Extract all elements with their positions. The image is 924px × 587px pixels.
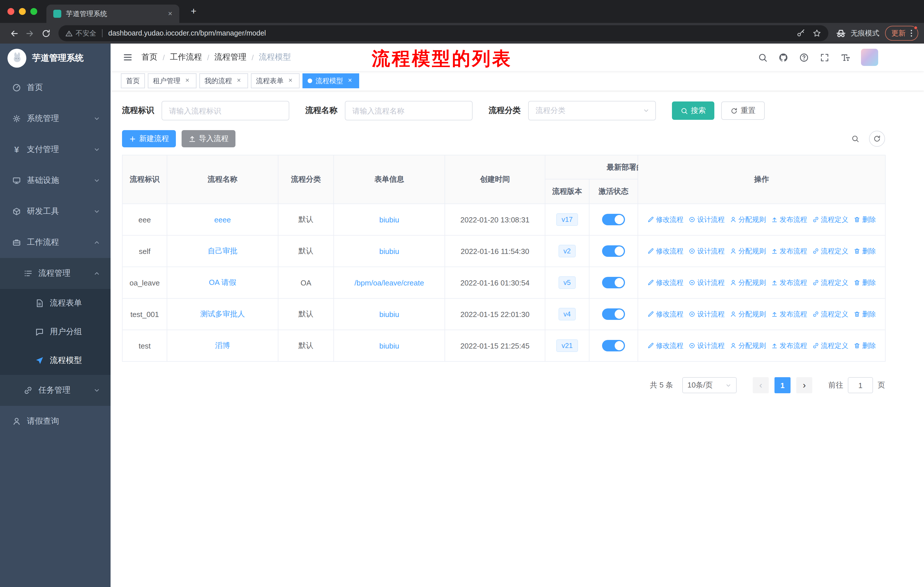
window-close-button[interactable]: [7, 8, 14, 15]
page-number-current[interactable]: 1: [774, 377, 790, 393]
sidebar-logo[interactable]: 芋道管理系统: [0, 43, 111, 72]
font-size-icon[interactable]: [836, 48, 854, 66]
form-link[interactable]: biubiu: [379, 341, 399, 350]
breadcrumb-item[interactable]: 首页: [142, 52, 158, 63]
page-size-select[interactable]: 10条/页: [682, 377, 737, 393]
sidebar-item-task-mgmt[interactable]: 任务管理: [0, 375, 111, 406]
action-definition[interactable]: 流程定义: [812, 215, 848, 225]
process-name-link[interactable]: 自己审批: [208, 246, 238, 255]
version-badge[interactable]: v5: [558, 276, 576, 289]
avatar[interactable]: [861, 49, 878, 66]
form-link[interactable]: /bpm/oa/leave/create: [355, 278, 424, 287]
fullscreen-icon[interactable]: [815, 48, 833, 66]
address-bar[interactable]: 不安全 dashboard.yudao.iocoder.cn/bpm/manag…: [58, 25, 828, 41]
tag-process-model[interactable]: 流程模型 ×: [302, 73, 359, 88]
action-publish[interactable]: 发布流程: [771, 341, 807, 351]
version-badge[interactable]: v4: [558, 308, 576, 321]
action-definition[interactable]: 流程定义: [812, 341, 848, 351]
action-delete[interactable]: 删除: [853, 341, 876, 351]
action-design[interactable]: 设计流程: [688, 246, 724, 256]
action-edit[interactable]: 修改流程: [647, 246, 683, 256]
active-toggle[interactable]: [602, 245, 625, 257]
breadcrumb-item[interactable]: 工作流程: [170, 52, 202, 63]
action-design[interactable]: 设计流程: [688, 341, 724, 351]
sidebar-collapse-button[interactable]: [111, 52, 142, 63]
action-publish[interactable]: 发布流程: [771, 215, 807, 225]
sidebar-item-infra[interactable]: 基础设施: [0, 165, 111, 196]
version-badge[interactable]: v17: [556, 213, 578, 226]
version-badge[interactable]: v21: [556, 339, 578, 352]
form-link[interactable]: biubiu: [379, 310, 399, 318]
process-name-link[interactable]: OA 请假: [209, 278, 236, 287]
action-edit[interactable]: 修改流程: [647, 278, 683, 288]
category-select[interactable]: 流程分类: [528, 101, 656, 121]
active-toggle[interactable]: [602, 277, 625, 288]
reset-button[interactable]: 重置: [721, 101, 765, 120]
goto-page-input[interactable]: [848, 377, 873, 393]
help-icon[interactable]: [795, 48, 813, 66]
action-assign-rule[interactable]: 分配规则: [730, 278, 766, 288]
prev-page-button[interactable]: ‹: [753, 377, 769, 393]
tag-close-icon[interactable]: ×: [286, 77, 294, 85]
process-id-input[interactable]: [162, 101, 289, 121]
action-delete[interactable]: 删除: [853, 215, 876, 225]
sidebar-item-process-model[interactable]: 流程模型: [0, 346, 111, 375]
sidebar-item-process-mgmt[interactable]: 流程管理: [0, 258, 111, 289]
sidebar-item-user-group[interactable]: 用户分组: [0, 317, 111, 346]
sidebar-item-workflow[interactable]: 工作流程: [0, 227, 111, 258]
action-design[interactable]: 设计流程: [688, 215, 724, 225]
search-icon[interactable]: [753, 48, 772, 66]
action-design[interactable]: 设计流程: [688, 278, 724, 288]
breadcrumb-item[interactable]: 流程管理: [214, 52, 247, 63]
action-edit[interactable]: 修改流程: [647, 215, 683, 225]
new-tab-button[interactable]: +: [186, 4, 201, 19]
bookmark-star-icon[interactable]: [812, 29, 822, 38]
tag-process-form[interactable]: 流程表单 ×: [251, 73, 300, 88]
reload-button[interactable]: [38, 25, 54, 41]
tab-close-icon[interactable]: ×: [165, 9, 175, 18]
process-name-link[interactable]: eeee: [214, 215, 231, 224]
process-name-link[interactable]: 滔博: [215, 341, 230, 350]
process-name-input[interactable]: [345, 101, 473, 121]
window-zoom-button[interactable]: [30, 8, 37, 15]
tag-my-process[interactable]: 我的流程 ×: [200, 73, 248, 88]
browser-menu-update-button[interactable]: 更新: [885, 26, 918, 41]
version-badge[interactable]: v2: [558, 245, 576, 257]
form-link[interactable]: biubiu: [379, 247, 399, 255]
action-delete[interactable]: 删除: [853, 278, 876, 288]
action-definition[interactable]: 流程定义: [812, 246, 848, 256]
process-name-link[interactable]: 测试多审批人: [200, 309, 245, 318]
active-toggle[interactable]: [602, 214, 625, 225]
tag-tenant[interactable]: 租户管理 ×: [148, 73, 196, 88]
action-edit[interactable]: 修改流程: [647, 341, 683, 351]
sidebar-item-payment[interactable]: ¥ 支付管理: [0, 134, 111, 165]
sidebar-item-devtools[interactable]: 研发工具: [0, 196, 111, 227]
action-publish[interactable]: 发布流程: [771, 309, 807, 319]
key-icon[interactable]: [796, 29, 805, 38]
active-toggle[interactable]: [602, 340, 625, 351]
tag-close-icon[interactable]: ×: [183, 77, 191, 85]
action-assign-rule[interactable]: 分配规则: [730, 309, 766, 319]
forward-button[interactable]: [22, 25, 38, 41]
create-process-button[interactable]: 新建流程: [122, 130, 176, 147]
search-button[interactable]: 搜索: [672, 101, 714, 120]
sidebar-item-system[interactable]: 系统管理: [0, 103, 111, 134]
action-edit[interactable]: 修改流程: [647, 309, 683, 319]
active-toggle[interactable]: [602, 308, 625, 320]
sidebar-item-leave-query[interactable]: 请假查询: [0, 406, 111, 437]
next-page-button[interactable]: ›: [796, 377, 812, 393]
form-link[interactable]: biubiu: [379, 215, 399, 224]
security-indicator[interactable]: 不安全: [65, 28, 96, 38]
sidebar-item-home[interactable]: 首页: [0, 72, 111, 103]
refresh-table-button[interactable]: [869, 131, 885, 147]
import-process-button[interactable]: 导入流程: [182, 130, 236, 147]
action-delete[interactable]: 删除: [853, 246, 876, 256]
action-delete[interactable]: 删除: [853, 309, 876, 319]
action-publish[interactable]: 发布流程: [771, 278, 807, 288]
action-publish[interactable]: 发布流程: [771, 246, 807, 256]
action-assign-rule[interactable]: 分配规则: [730, 246, 766, 256]
action-assign-rule[interactable]: 分配规则: [730, 215, 766, 225]
action-design[interactable]: 设计流程: [688, 309, 724, 319]
action-definition[interactable]: 流程定义: [812, 309, 848, 319]
browser-tab[interactable]: 芋道管理系统 ×: [46, 5, 179, 23]
